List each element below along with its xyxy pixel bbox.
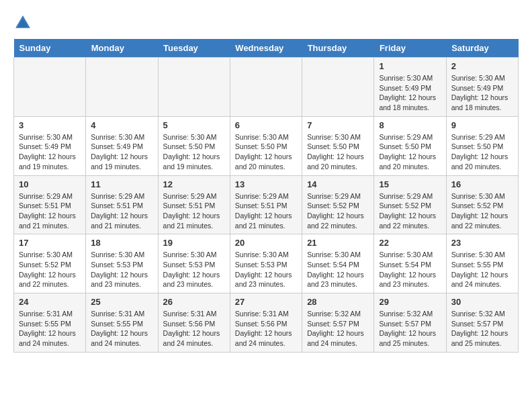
day-number: 22 [379,238,441,248]
calendar-cell: 4Sunrise: 5:30 AMSunset: 5:49 PMDaylight… [86,116,158,175]
calendar-cell: 11Sunrise: 5:29 AMSunset: 5:51 PMDayligh… [86,175,158,234]
day-info: Sunrise: 5:29 AMSunset: 5:50 PMDaylight:… [379,132,441,172]
day-info: Sunrise: 5:29 AMSunset: 5:51 PMDaylight:… [235,191,297,231]
day-number: 28 [307,297,369,307]
day-info: Sunrise: 5:30 AMSunset: 5:49 PMDaylight:… [451,73,513,113]
calendar-header: SundayMondayTuesdayWednesdayThursdayFrid… [14,39,519,58]
calendar-week-row: 17Sunrise: 5:30 AMSunset: 5:52 PMDayligh… [14,234,519,293]
day-number: 10 [19,179,81,189]
day-number: 19 [163,238,225,248]
calendar-cell: 27Sunrise: 5:31 AMSunset: 5:56 PMDayligh… [230,293,302,353]
calendar-cell: 21Sunrise: 5:30 AMSunset: 5:54 PMDayligh… [302,234,374,293]
day-info: Sunrise: 5:30 AMSunset: 5:52 PMDaylight:… [451,191,513,231]
day-number: 25 [91,297,152,307]
calendar-week-row: 3Sunrise: 5:30 AMSunset: 5:49 PMDaylight… [14,116,519,175]
day-info: Sunrise: 5:30 AMSunset: 5:50 PMDaylight:… [163,132,225,172]
day-number: 18 [91,238,152,248]
day-info: Sunrise: 5:29 AMSunset: 5:51 PMDaylight:… [163,191,225,231]
day-info: Sunrise: 5:31 AMSunset: 5:55 PMDaylight:… [91,309,152,349]
calendar-cell: 29Sunrise: 5:32 AMSunset: 5:57 PMDayligh… [374,293,446,353]
calendar-cell: 16Sunrise: 5:30 AMSunset: 5:52 PMDayligh… [446,175,518,234]
day-number: 16 [451,179,513,189]
calendar-body: 1Sunrise: 5:30 AMSunset: 5:49 PMDaylight… [14,58,519,353]
day-info: Sunrise: 5:30 AMSunset: 5:54 PMDaylight:… [379,250,441,289]
day-info: Sunrise: 5:30 AMSunset: 5:50 PMDaylight:… [235,132,297,172]
logo-icon [13,13,32,32]
day-number: 13 [235,179,297,189]
calendar-cell: 18Sunrise: 5:30 AMSunset: 5:53 PMDayligh… [86,234,158,293]
calendar-cell: 9Sunrise: 5:29 AMSunset: 5:50 PMDaylight… [446,116,518,175]
day-info: Sunrise: 5:30 AMSunset: 5:55 PMDaylight:… [451,250,513,289]
calendar-cell: 23Sunrise: 5:30 AMSunset: 5:55 PMDayligh… [446,234,518,293]
calendar-cell: 1Sunrise: 5:30 AMSunset: 5:49 PMDaylight… [374,58,446,117]
day-info: Sunrise: 5:32 AMSunset: 5:57 PMDaylight:… [379,309,441,349]
day-info: Sunrise: 5:30 AMSunset: 5:53 PMDaylight:… [235,250,297,289]
page-header [13,13,519,32]
day-info: Sunrise: 5:30 AMSunset: 5:53 PMDaylight:… [91,250,152,289]
calendar-cell: 26Sunrise: 5:31 AMSunset: 5:56 PMDayligh… [158,293,230,353]
day-info: Sunrise: 5:30 AMSunset: 5:52 PMDaylight:… [19,250,81,289]
day-info: Sunrise: 5:30 AMSunset: 5:54 PMDaylight:… [307,250,369,289]
day-number: 11 [91,179,152,189]
calendar-cell: 19Sunrise: 5:30 AMSunset: 5:53 PMDayligh… [158,234,230,293]
logo [13,13,36,32]
calendar-cell: 13Sunrise: 5:29 AMSunset: 5:51 PMDayligh… [230,175,302,234]
calendar-cell: 20Sunrise: 5:30 AMSunset: 5:53 PMDayligh… [230,234,302,293]
calendar-cell: 28Sunrise: 5:32 AMSunset: 5:57 PMDayligh… [302,293,374,353]
calendar-cell: 7Sunrise: 5:30 AMSunset: 5:50 PMDaylight… [302,116,374,175]
day-number: 29 [379,297,441,307]
calendar-cell: 30Sunrise: 5:32 AMSunset: 5:57 PMDayligh… [446,293,518,353]
day-number: 14 [307,179,369,189]
day-number: 3 [19,120,81,130]
day-number: 9 [451,120,513,130]
day-number: 26 [163,297,225,307]
day-info: Sunrise: 5:29 AMSunset: 5:52 PMDaylight:… [307,191,369,231]
day-info: Sunrise: 5:31 AMSunset: 5:56 PMDaylight:… [163,309,225,349]
day-info: Sunrise: 5:30 AMSunset: 5:49 PMDaylight:… [19,132,81,172]
day-number: 8 [379,120,441,130]
calendar-cell: 22Sunrise: 5:30 AMSunset: 5:54 PMDayligh… [374,234,446,293]
day-number: 2 [451,61,513,71]
weekday-header: Friday [374,39,446,58]
weekday-header: Sunday [14,39,86,58]
weekday-header: Monday [86,39,158,58]
calendar-cell: 10Sunrise: 5:29 AMSunset: 5:51 PMDayligh… [14,175,86,234]
calendar-cell [230,58,302,117]
day-number: 4 [91,120,152,130]
day-number: 21 [307,238,369,248]
day-number: 30 [451,297,513,307]
day-info: Sunrise: 5:29 AMSunset: 5:50 PMDaylight:… [451,132,513,172]
day-info: Sunrise: 5:31 AMSunset: 5:55 PMDaylight:… [19,309,81,349]
day-number: 1 [379,61,441,71]
day-info: Sunrise: 5:32 AMSunset: 5:57 PMDaylight:… [307,309,369,349]
day-number: 5 [163,120,225,130]
day-info: Sunrise: 5:30 AMSunset: 5:49 PMDaylight:… [379,73,441,113]
calendar-cell: 6Sunrise: 5:30 AMSunset: 5:50 PMDaylight… [230,116,302,175]
calendar-cell: 3Sunrise: 5:30 AMSunset: 5:49 PMDaylight… [14,116,86,175]
day-info: Sunrise: 5:30 AMSunset: 5:49 PMDaylight:… [91,132,152,172]
calendar-cell: 14Sunrise: 5:29 AMSunset: 5:52 PMDayligh… [302,175,374,234]
calendar-cell: 12Sunrise: 5:29 AMSunset: 5:51 PMDayligh… [158,175,230,234]
calendar-cell [14,58,86,117]
day-info: Sunrise: 5:29 AMSunset: 5:51 PMDaylight:… [19,191,81,231]
calendar-cell: 24Sunrise: 5:31 AMSunset: 5:55 PMDayligh… [14,293,86,353]
day-number: 20 [235,238,297,248]
calendar-week-row: 10Sunrise: 5:29 AMSunset: 5:51 PMDayligh… [14,175,519,234]
calendar-cell: 2Sunrise: 5:30 AMSunset: 5:49 PMDaylight… [446,58,518,117]
day-info: Sunrise: 5:30 AMSunset: 5:50 PMDaylight:… [307,132,369,172]
weekday-header: Saturday [446,39,518,58]
day-number: 27 [235,297,297,307]
weekday-header: Tuesday [158,39,230,58]
calendar-cell: 25Sunrise: 5:31 AMSunset: 5:55 PMDayligh… [86,293,158,353]
calendar-cell: 5Sunrise: 5:30 AMSunset: 5:50 PMDaylight… [158,116,230,175]
calendar-cell [302,58,374,117]
day-info: Sunrise: 5:29 AMSunset: 5:51 PMDaylight:… [91,191,152,231]
weekday-header: Wednesday [230,39,302,58]
day-info: Sunrise: 5:30 AMSunset: 5:53 PMDaylight:… [163,250,225,289]
calendar-cell [158,58,230,117]
day-info: Sunrise: 5:31 AMSunset: 5:56 PMDaylight:… [235,309,297,349]
calendar-table: SundayMondayTuesdayWednesdayThursdayFrid… [13,39,519,353]
day-number: 23 [451,238,513,248]
day-info: Sunrise: 5:32 AMSunset: 5:57 PMDaylight:… [451,309,513,349]
day-number: 15 [379,179,441,189]
